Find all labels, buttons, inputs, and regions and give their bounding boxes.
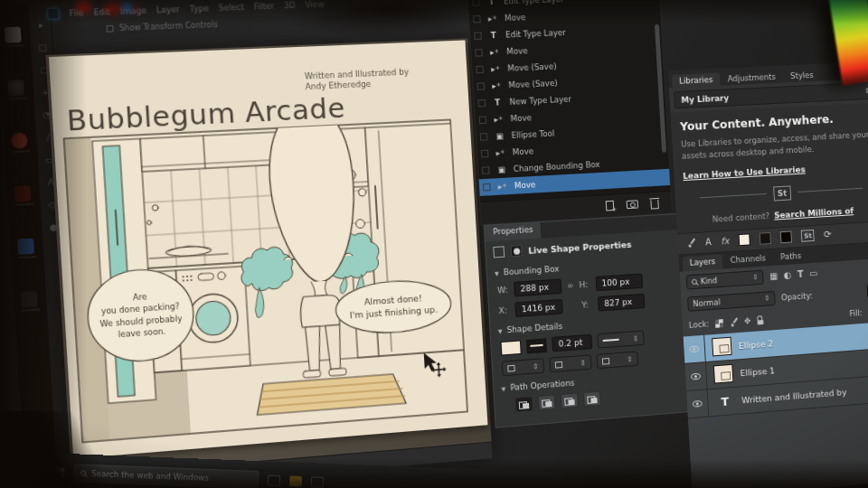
desktop-icon[interactable] [5, 26, 24, 46]
bubble1-line1: Are [133, 292, 147, 302]
file-explorer-icon[interactable] [289, 475, 302, 487]
x-field[interactable]: 1416 px [514, 299, 562, 317]
tab-adjustments[interactable]: Adjustments [721, 70, 783, 85]
blend-mode-dropdown[interactable]: Normal [687, 290, 776, 311]
bounding-box-label: Bounding Box [503, 264, 559, 277]
layer-visibility-cell[interactable] [684, 334, 706, 362]
filter-type-layers-icon[interactable]: T [797, 269, 804, 279]
layer-name[interactable]: Written and Illustrated by [741, 387, 847, 405]
stroke-alignment-dropdown[interactable] [502, 358, 545, 376]
layer-visibility-cell[interactable] [684, 362, 707, 390]
library-name: My Library [681, 93, 729, 105]
history-brush-slot[interactable] [483, 183, 491, 192]
exclude-overlapping-button[interactable] [583, 390, 601, 407]
lock-image-pixels-icon[interactable] [729, 316, 738, 327]
caps-icon [555, 361, 562, 368]
color-swatch-black[interactable] [780, 230, 792, 243]
history-brush-slot[interactable] [478, 99, 486, 108]
width-field[interactable]: 288 px [514, 278, 561, 296]
menu-select[interactable]: Select [218, 2, 244, 13]
brush-tool-icon[interactable]: ∕ [46, 133, 50, 143]
history-brush-slot[interactable] [482, 166, 490, 174]
move-tool-icon[interactable]: ▸ [39, 20, 44, 30]
menu-type[interactable]: Type [189, 4, 209, 14]
show-transform-controls-checkbox[interactable] [107, 25, 114, 33]
app-icon [17, 239, 34, 255]
desktop-icon[interactable] [11, 133, 31, 154]
add-graphic-icon[interactable] [686, 238, 695, 249]
filter-adjustment-layers-icon[interactable]: ◐ [784, 270, 792, 281]
history-steps-list: Edit Type Layer Move Edit Type Layer Mov… [467, 0, 670, 202]
stroke-width-field[interactable]: 0.2 pt [552, 334, 592, 352]
layer-thumbnail[interactable] [713, 364, 733, 384]
new-document-from-state-icon[interactable] [606, 201, 615, 211]
delete-state-icon[interactable] [650, 199, 658, 209]
shape-details-label: Shape Details [506, 322, 562, 335]
icon-label [12, 150, 30, 153]
filter-kind-dropdown[interactable]: Kind [686, 269, 764, 289]
canvas[interactable]: Bubblegum Arcade Written and Illustrated… [49, 40, 488, 458]
foreground-color-swatch[interactable] [739, 233, 750, 246]
desktop-icon[interactable] [7, 80, 27, 100]
move-step-icon [489, 64, 503, 74]
height-label: H: [579, 279, 590, 289]
fill-color-swatch[interactable] [500, 340, 521, 355]
taskbar-app-icon[interactable] [311, 476, 324, 488]
properties-panel: Properties Live Shape Properties Boundin… [484, 213, 689, 428]
marquee-tool-icon[interactable]: □ [38, 42, 47, 52]
add-layer-style-icon[interactable]: fx [721, 236, 730, 247]
move-step-icon [488, 47, 502, 57]
tab-libraries[interactable]: Libraries [672, 73, 721, 89]
lock-transparent-pixels-icon[interactable] [715, 319, 723, 328]
history-brush-slot[interactable] [480, 133, 488, 141]
new-snapshot-icon[interactable] [627, 200, 638, 209]
x-label: X: [498, 305, 510, 315]
bounding-box-step-icon [495, 164, 508, 174]
layers-list: Ellipse 2 Ellipse 1 T Written and Illust… [684, 321, 868, 488]
stroke-style-preview [603, 339, 619, 342]
y-field[interactable]: 827 px [598, 294, 646, 312]
adobe-stock-divider: St [700, 181, 863, 205]
height-field[interactable]: 100 px [595, 274, 643, 292]
search-stock-link[interactable]: Search Millions of [774, 205, 854, 220]
stock-icon[interactable]: St [801, 230, 815, 242]
history-brush-slot[interactable] [476, 66, 484, 74]
filter-pixel-layers-icon[interactable]: ▦ [769, 271, 778, 282]
task-view-icon[interactable] [268, 475, 280, 487]
learn-libraries-link[interactable]: Learn How to Use Libraries [683, 164, 806, 181]
stroke-corners-dropdown[interactable] [597, 351, 639, 369]
type-step-icon [491, 98, 505, 108]
layer-name[interactable]: Ellipse 2 [738, 338, 773, 351]
kind-label: Kind [700, 276, 717, 286]
menu-filter[interactable]: Filter [253, 1, 274, 11]
desktop-icon[interactable] [14, 185, 33, 206]
subtract-front-shape-button[interactable] [538, 394, 556, 410]
history-brush-slot[interactable] [475, 49, 483, 57]
intersect-shapes-button[interactable] [561, 392, 579, 408]
layer-visibility-cell[interactable] [686, 389, 709, 418]
stroke-caps-dropdown[interactable] [549, 354, 591, 372]
history-step-label: New Type Layer [509, 94, 571, 107]
icon-label [5, 44, 24, 47]
layer-thumbnail[interactable] [712, 337, 732, 357]
combine-shapes-button[interactable] [514, 396, 533, 412]
stroke-style-dropdown[interactable] [597, 331, 645, 349]
add-character-style-icon[interactable]: A [705, 237, 712, 248]
lock-position-icon[interactable]: ✥ [744, 316, 751, 326]
history-brush-slot[interactable] [479, 116, 487, 124]
sync-icon[interactable]: ⟳ [824, 229, 832, 240]
filter-shape-layers-icon[interactable]: ▭ [809, 268, 818, 279]
app-icon [11, 133, 28, 149]
stroke-color-swatch[interactable] [526, 338, 547, 353]
link-dimensions-icon[interactable]: ∞ [567, 281, 574, 291]
color-swatch-dark[interactable] [760, 232, 771, 245]
adobe-stock-logo: St [773, 185, 792, 201]
lock-all-icon[interactable] [757, 320, 763, 324]
desktop-icon[interactable] [21, 291, 41, 312]
desktop-icon[interactable] [17, 238, 37, 258]
history-brush-slot[interactable] [481, 150, 489, 158]
menu-layer[interactable]: Layer [156, 5, 181, 15]
layer-name[interactable]: Ellipse 1 [740, 365, 775, 378]
history-brush-slot[interactable] [476, 82, 485, 90]
tab-styles[interactable]: Styles [783, 69, 821, 83]
